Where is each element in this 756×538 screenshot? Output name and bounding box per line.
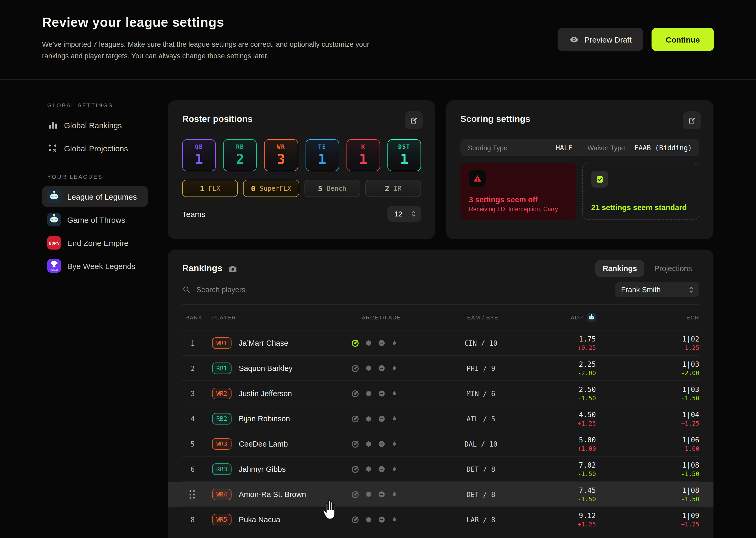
flex-slot-pill[interactable]: 2 IR — [365, 180, 421, 197]
target-icon[interactable] — [351, 440, 359, 449]
col-rank: RANK — [182, 314, 212, 320]
burst-icon[interactable] — [364, 440, 373, 448]
target-fade-actions — [351, 414, 408, 423]
burst-icon[interactable] — [364, 465, 373, 473]
target-icon[interactable] — [351, 414, 359, 423]
minus-circle-icon[interactable] — [377, 490, 386, 499]
sidebar-league-item[interactable]: League of Legumes — [42, 186, 148, 207]
eye-icon — [569, 34, 579, 44]
target-icon[interactable] — [351, 339, 359, 348]
sidebar-league-item[interactable]: Game of Throws — [42, 209, 148, 230]
ecr-cell: 1|08 -1.50 — [596, 486, 699, 503]
flame-icon[interactable] — [391, 414, 398, 423]
slot-label: IR — [394, 185, 402, 192]
burst-icon[interactable] — [364, 490, 373, 499]
team-bye: LAR / 8 — [408, 516, 553, 523]
table-row[interactable]: 8 WR5 Puka Nacua LAR / 8 9.12 +1.25 1|09… — [168, 507, 714, 532]
player-name: CeeDee Lamb — [239, 440, 288, 448]
position-count: 2 — [236, 151, 244, 167]
scoring-summary-bar: Scoring Type HALF Waiver Type FAAB (Bidd… — [460, 139, 699, 156]
target-icon[interactable] — [351, 364, 359, 373]
flame-icon[interactable] — [391, 465, 398, 473]
position-tile[interactable]: WR 3 — [264, 139, 298, 171]
position-tile[interactable]: RB 2 — [223, 139, 257, 171]
table-row[interactable]: WR4 Amon-Ra St. Brown DET / 8 7.45 -1.50… — [168, 482, 714, 507]
burst-icon[interactable] — [364, 364, 373, 372]
table-row[interactable]: 1 WR1 Ja’Marr Chase CIN / 10 1.75 +0.25 … — [168, 331, 714, 356]
yahoo-icon: yahoo! — [47, 259, 61, 273]
waiver-type-cell: Waiver Type FAAB (Bidding) — [580, 139, 699, 156]
burst-icon[interactable] — [364, 389, 373, 398]
flame-icon[interactable] — [391, 440, 398, 448]
roster-positions-card: Roster positions QB 1 RB 2 WR 3 TE 1 K 1… — [168, 100, 435, 239]
position-badge: RB1 — [212, 362, 231, 374]
sidebar-league-item[interactable]: ESPN End Zone Empire — [42, 232, 148, 253]
camera-icon[interactable] — [228, 265, 237, 272]
minus-circle-icon[interactable] — [377, 465, 386, 473]
ecr-cell: 1|08 -1.50 — [596, 461, 699, 478]
minus-circle-icon[interactable] — [377, 515, 386, 524]
col-target-fade: TARGET/FADE — [351, 314, 408, 320]
rank-number: 2 — [182, 365, 195, 372]
minus-circle-icon[interactable] — [377, 414, 386, 423]
col-ecr: ECR — [596, 314, 699, 320]
table-row[interactable]: 3 WR2 Justin Jefferson MIN / 6 2.50 -1.5… — [168, 381, 714, 406]
flame-icon[interactable] — [391, 364, 398, 372]
global-settings-label: GLOBAL SETTINGS — [47, 102, 148, 108]
target-icon[interactable] — [351, 515, 359, 524]
ecr-delta: +1.25 — [681, 521, 699, 528]
position-badge: WR3 — [212, 438, 231, 450]
target-fade-actions — [351, 440, 408, 449]
minus-circle-icon[interactable] — [377, 440, 386, 448]
search-input[interactable] — [196, 285, 364, 294]
drag-handle-icon[interactable] — [190, 490, 196, 499]
position-tile[interactable]: TE 1 — [305, 139, 339, 171]
adp-delta: +0.25 — [578, 344, 596, 351]
burst-icon[interactable] — [364, 515, 373, 524]
ecr-value: 1|04 — [682, 410, 699, 419]
settings-standard-box[interactable]: 21 settings seem standard — [582, 163, 699, 220]
table-row[interactable]: 5 WR3 CeeDee Lamb DAL / 10 5.00 +1.00 1|… — [168, 431, 714, 457]
scoring-edit-button[interactable] — [683, 111, 701, 129]
target-icon[interactable] — [351, 389, 359, 398]
rank-number: 5 — [182, 440, 195, 448]
adp-value: 2.25 — [579, 360, 596, 368]
ecr-value: 1|03 — [682, 360, 699, 368]
ranker-select[interactable]: Frank Smith — [615, 282, 699, 297]
target-icon[interactable] — [351, 465, 359, 474]
position-tile[interactable]: QB 1 — [182, 139, 216, 171]
position-tile[interactable]: DST 1 — [388, 139, 421, 171]
flame-icon[interactable] — [391, 389, 398, 398]
burst-icon[interactable] — [364, 339, 373, 347]
edit-icon — [687, 116, 696, 125]
tab-rankings[interactable]: Rankings — [595, 260, 644, 277]
table-row[interactable]: 6 RB3 Jahmyr Gibbs DET / 8 7.02 -1.50 1|… — [168, 457, 714, 482]
sidebar-league-item[interactable]: yahoo! Bye Week Legends — [42, 255, 148, 276]
table-row[interactable]: 4 RB2 Bijan Robinson ATL / 5 4.50 +1.25 … — [168, 406, 714, 431]
minus-circle-icon[interactable] — [377, 364, 386, 372]
continue-button[interactable]: Continue — [651, 28, 714, 51]
flame-icon[interactable] — [391, 515, 398, 524]
minus-circle-icon[interactable] — [377, 389, 386, 398]
position-label: WR — [277, 143, 285, 150]
table-row[interactable]: 2 RB1 Saquon Barkley PHI / 9 2.25 -2.00 … — [168, 356, 714, 381]
target-icon[interactable] — [351, 490, 359, 499]
sidebar-item-global-projections[interactable]: Global Projections — [42, 138, 148, 159]
flex-slot-pill[interactable]: 5 Bench — [304, 180, 360, 197]
sidebar-item-global-rankings[interactable]: Global Rankings — [42, 115, 148, 135]
tab-projections[interactable]: Projections — [647, 260, 699, 277]
flex-slot-pill[interactable]: 1 FLX — [182, 180, 238, 197]
position-tile[interactable]: K 1 — [346, 139, 380, 171]
burst-icon[interactable] — [364, 414, 373, 423]
preview-draft-button[interactable]: Preview Draft — [557, 28, 643, 51]
teams-stepper[interactable]: 12 — [388, 206, 421, 222]
adp-cell: 2.50 -1.50 — [553, 385, 596, 402]
flex-slot-pill[interactable]: 0 SuperFLX — [243, 180, 299, 197]
rank-number: 8 — [182, 516, 195, 524]
minus-circle-icon[interactable] — [377, 339, 386, 347]
scoring-settings-card: Scoring settings Scoring Type HALF Waive… — [446, 100, 714, 239]
roster-edit-button[interactable] — [405, 111, 423, 129]
flame-icon[interactable] — [391, 339, 398, 347]
flame-icon[interactable] — [391, 490, 398, 499]
settings-warning-box[interactable]: 3 settings seem off Receiving TD, Interc… — [460, 163, 577, 220]
